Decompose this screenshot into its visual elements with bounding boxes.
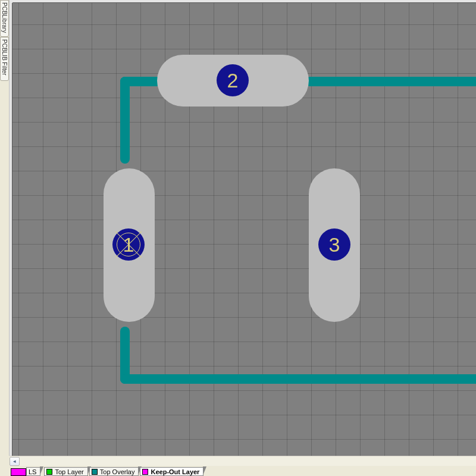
pin-3-number: 3 <box>329 233 340 256</box>
tab-top-overlay[interactable]: Top Overlay <box>89 467 139 476</box>
tab-pcblib-filter[interactable]: PCBLIB Filter <box>0 37 9 81</box>
horizontal-scrollbar[interactable]: ◂ <box>10 456 476 466</box>
pin-3-circle: 3 <box>318 228 350 261</box>
pin-1-number: 1 <box>123 233 134 256</box>
tab-top-overlay-label: Top Overlay <box>100 468 135 475</box>
trace-segment[interactable] <box>120 77 162 86</box>
pcb-editor-window: PCBLibrary PCBLIB Filter 2 1 <box>0 0 476 476</box>
pin-2-number: 2 <box>227 69 239 92</box>
trace-segment[interactable] <box>120 77 130 164</box>
scroll-track[interactable] <box>20 457 476 466</box>
scroll-left-button[interactable]: ◂ <box>10 457 20 466</box>
trace-segment[interactable] <box>120 374 476 384</box>
pin-1-circle: 1 <box>112 228 145 261</box>
top-overlay-color-icon <box>92 469 98 475</box>
tab-ls-label: LS <box>29 468 36 475</box>
tab-ls[interactable]: LS <box>26 467 40 476</box>
left-panel-tabs: PCBLibrary PCBLIB Filter <box>0 0 10 456</box>
tab-pcblibrary[interactable]: PCBLibrary <box>0 0 9 37</box>
design-canvas[interactable]: 2 1 3 <box>12 3 476 456</box>
layer-tabs-bar: LS Top Layer Top Overlay Keep-Out Layer <box>10 466 476 476</box>
pin-2-circle: 2 <box>217 64 249 96</box>
tab-keepout-layer[interactable]: Keep-Out Layer <box>140 467 203 476</box>
chevron-left-icon: ◂ <box>13 458 16 464</box>
ls-swatch[interactable] <box>11 468 26 476</box>
keepout-color-icon <box>142 469 148 475</box>
trace-segment[interactable] <box>305 77 476 86</box>
top-layer-color-icon <box>46 469 52 475</box>
tab-keepout-label: Keep-Out Layer <box>151 468 199 475</box>
tab-top-layer-label: Top Layer <box>55 468 83 475</box>
tab-top-layer[interactable]: Top Layer <box>44 467 87 476</box>
